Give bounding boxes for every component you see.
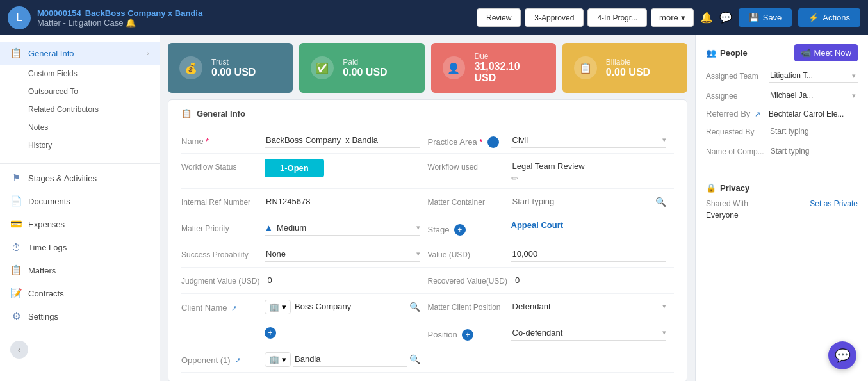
client-name-input[interactable] — [293, 299, 407, 314]
success-prob-label: Success Probability — [181, 247, 258, 259]
matter-priority-select[interactable]: Medium — [275, 220, 416, 235]
assignee-select[interactable]: Michael Ja... — [769, 89, 852, 102]
sidebar-item-settings[interactable]: ⚙ Settings — [0, 305, 160, 328]
sidebar-sub-custom-fields[interactable]: Custom Fields — [0, 65, 160, 83]
client-external-link-icon[interactable]: ↗ — [231, 304, 237, 312]
workflow-status-button[interactable]: 1-Open — [265, 159, 324, 177]
client-name-label: Client Name ↗ — [181, 299, 258, 312]
internal-ref-input[interactable] — [265, 194, 420, 209]
workflow-status-field: Workflow Status 1-Open — [181, 154, 428, 189]
inprogress-button[interactable]: 4-In Progr... — [587, 8, 647, 27]
assignee-field: Assignee Michael Ja... ▾ — [706, 89, 858, 102]
set-as-private-link[interactable]: Set as Private — [810, 199, 858, 208]
chat-icon[interactable]: 💬 — [719, 12, 732, 24]
user-avatar: L — [8, 6, 31, 29]
matter-client-position-field: Matter Client Position Defendant ▾ — [428, 294, 675, 320]
empty-field — [428, 346, 675, 373]
right-panel: 👥 People 📹 Meet Now Assigned Team Litiga… — [695, 35, 868, 381]
sidebar-sub-history[interactable]: History — [0, 136, 160, 154]
trust-card: 💰 Trust 0.00 USD — [168, 43, 293, 93]
matter-subtitle: Matter - Litigation Case 🔔 — [37, 18, 202, 28]
meet-now-button[interactable]: 📹 Meet Now — [794, 44, 858, 61]
recovered-value-field: Recovered Value(USD) — [428, 268, 675, 294]
sidebar-item-general-info[interactable]: 📋 General Info › — [0, 42, 160, 65]
opponent-search-icon[interactable]: 🔍 — [409, 354, 420, 364]
sidebar-item-documents[interactable]: 📄 Documents — [0, 190, 160, 213]
position-select[interactable]: Co-defendant — [511, 325, 663, 340]
practice-area-chevron: ▾ — [662, 136, 666, 144]
workflow-used-value: Legal Team Review ✏ — [511, 159, 667, 183]
sidebar-item-stages[interactable]: ⚑ Stages & Activities — [0, 166, 160, 190]
matter-id: M00000154 — [37, 8, 81, 18]
name-of-comp-label: Name of Comp... — [706, 147, 764, 156]
trust-label: Trust — [211, 58, 256, 67]
matter-container-input[interactable] — [511, 194, 652, 209]
general-info-panel: 📋 General Info Name * Practice Are — [168, 99, 687, 381]
sidebar-item-timelogs[interactable]: ⏱ Time Logs — [0, 236, 160, 259]
more-button[interactable]: more ▾ — [651, 8, 694, 27]
collapse-sidebar-button[interactable]: ‹ — [10, 341, 28, 359]
name-input[interactable] — [265, 133, 420, 148]
review-button[interactable]: Review — [477, 8, 521, 27]
general-info-header: 📋 General Info — [181, 109, 674, 118]
name-of-comp-field: Name of Comp... — [706, 145, 858, 158]
workflow-used-field: Workflow used Legal Team Review ✏ — [428, 154, 675, 189]
main-layout: 📋 General Info › Custom Fields Outsource… — [0, 35, 868, 381]
requested-by-label: Requested By — [706, 127, 764, 136]
matter-name: BackBoss Company x Bandia — [85, 8, 203, 18]
matter-container-search-icon[interactable]: 🔍 — [655, 197, 666, 207]
save-button[interactable]: 💾 Save — [739, 8, 792, 27]
edit-pencil-icon[interactable]: ✏ — [511, 174, 518, 183]
sidebar-sub-notes[interactable]: Notes — [0, 118, 160, 136]
sidebar-expenses-label: Expenses — [28, 220, 149, 229]
assigned-team-select[interactable]: Litigation T... — [769, 69, 852, 82]
value-input[interactable] — [511, 247, 667, 262]
privacy-title: 🔒 Privacy — [706, 183, 858, 193]
sidebar-stages-label: Stages & Activities — [28, 174, 149, 183]
timelogs-icon: ⏱ — [10, 241, 22, 253]
nav-buttons: Review 3-Approved 4-In Progr... more ▾ — [477, 8, 694, 27]
notification-icon[interactable]: 🔔 — [700, 12, 713, 24]
matters-icon: 📋 — [10, 264, 22, 276]
referred-by-external-link-icon[interactable]: ↗ — [755, 110, 760, 118]
matter-priority-value: ▲ Medium ▾ — [265, 220, 420, 236]
opponent-type-selector[interactable]: 🏢 ▾ — [265, 352, 291, 367]
stage-add-icon[interactable]: + — [454, 224, 466, 236]
actions-button[interactable]: ⚡ Actions — [798, 8, 860, 27]
judgment-value-value — [266, 273, 420, 288]
internal-ref-field: Internal Ref Number — [181, 189, 428, 215]
recovered-value-input[interactable] — [514, 273, 666, 288]
people-section-header: 👥 People 📹 Meet Now — [706, 44, 858, 61]
expenses-icon: 💳 — [10, 218, 22, 230]
approved-button[interactable]: 3-Approved — [525, 8, 584, 27]
opponent-input[interactable] — [293, 352, 407, 367]
matter-container-label: Matter Container — [428, 194, 505, 207]
due-label: Due — [474, 52, 544, 61]
add-client-icon[interactable]: + — [265, 327, 276, 339]
requested-by-input[interactable] — [769, 125, 867, 138]
judgment-value-input[interactable] — [266, 273, 420, 288]
sidebar-item-expenses[interactable]: 💳 Expenses — [0, 213, 160, 236]
sidebar-item-matters[interactable]: 📋 Matters — [0, 259, 160, 282]
opponent-external-link-icon[interactable]: ↗ — [235, 356, 241, 364]
value-label: Value (USD) — [428, 247, 505, 259]
client-search-icon[interactable]: 🔍 — [409, 302, 420, 312]
matter-client-position-select[interactable]: Defendant — [511, 299, 663, 314]
practice-area-select[interactable]: Civil — [511, 133, 663, 147]
sidebar-sub-related-contributors[interactable]: Related Contributors — [0, 101, 160, 118]
stage-link[interactable]: Appeal Court — [511, 220, 564, 230]
matter-client-position-label: Matter Client Position — [428, 299, 505, 312]
workflow-used-label: Workflow used — [428, 159, 505, 172]
position-add-icon[interactable]: + — [462, 329, 473, 341]
client-name-value: 🏢 ▾ 🔍 — [265, 299, 420, 314]
chat-bubble-button[interactable]: 💬 — [828, 341, 856, 369]
name-field: Name * — [181, 127, 428, 154]
sidebar-sub-outsourced-to[interactable]: Outsourced To — [0, 83, 160, 101]
practice-area-add-icon[interactable]: + — [487, 136, 499, 148]
privacy-shared-row: Shared With Set as Private — [706, 199, 858, 208]
sidebar-item-contracts[interactable]: 📝 Contracts — [0, 282, 160, 305]
name-of-comp-input[interactable] — [769, 145, 868, 158]
position-value: Co-defendant ▾ — [511, 325, 667, 341]
success-prob-select[interactable]: None — [265, 247, 416, 261]
client-type-selector[interactable]: 🏢 ▾ — [265, 300, 291, 314]
